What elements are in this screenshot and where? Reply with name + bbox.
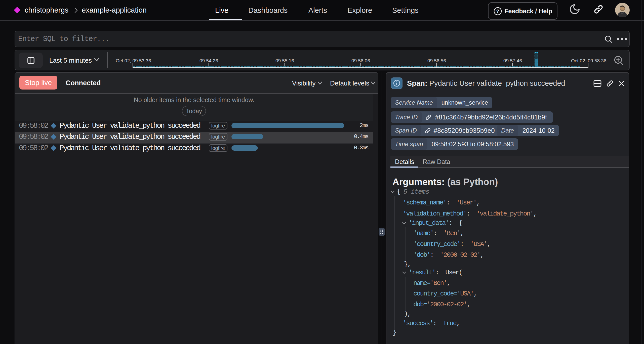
svg-text:?: ? xyxy=(496,9,499,14)
